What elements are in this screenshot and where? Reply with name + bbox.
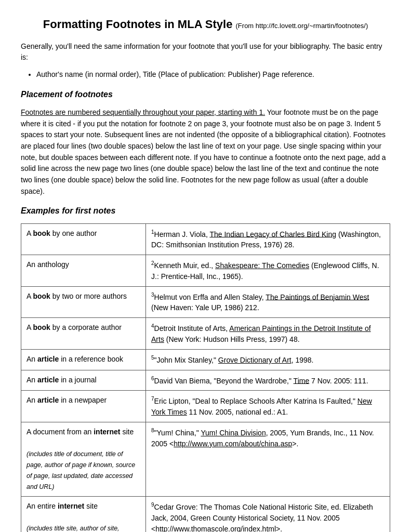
row-citation: 9Cedar Grove: The Thomas Cole National H… [146,497,390,532]
row-label: A book by one author [21,223,146,255]
citation-title: The Paintings of Benjamin West [266,292,369,301]
row-label: A book by two or more authors [21,286,146,318]
citation-title: New York Times [151,397,372,416]
placement-section-title: Placement of footnotes [21,88,390,101]
table-row: An anthology 2Kenneth Muir, ed., Shakesp… [21,255,390,287]
row-citation: 8"Yum! China," Yum! China Division, 2005… [146,422,390,497]
row-label: An article in a newpaper [21,391,146,422]
bold-word: book [33,323,50,331]
bold-word: article [37,376,59,384]
citation-title: Shakespeare: The Comedies [215,261,309,270]
citation-title: The Indian Legacy of Charles Bird King [209,230,336,238]
row-sublabel: (includes title of document, title of pa… [26,450,135,490]
row-label: An entire internet site (includes title … [21,497,146,532]
row-label: An article in a reference book [21,350,146,370]
citation-title: Yum! China Division [201,429,266,437]
row-citation: 5"John Mix Stanley," Grove Dictionary of… [146,350,390,370]
row-sublabel: (includes title site, author of site, so… [26,525,121,532]
intro-paragraph: Generally, you'll need the same informat… [21,41,390,63]
examples-table: A book by one author 1Herman J. Viola, T… [21,223,390,533]
row-label: A book by a corporate author [21,318,146,350]
table-row: A book by one author 1Herman J. Viola, T… [21,223,390,255]
row-label: An article in a journal [21,370,146,391]
bold-word: internet [58,502,84,510]
table-row: A book by two or more authors 3Helmut vo… [21,286,390,318]
placement-body: Footnotes are numbered sequentially thro… [21,107,390,197]
citation-url[interactable]: http://www.thomascole.org/index.html [155,525,276,532]
row-citation: 4Detroit Institute of Arts, American Pai… [146,318,390,350]
examples-section-title: Examples for first notes [21,205,390,217]
citation-title: American Paintings in the Detroit Instit… [151,324,371,343]
table-row: An article in a newpaper 7Eric Lipton, "… [21,391,390,422]
bold-word: internet [94,428,120,436]
bold-word: book [33,292,50,300]
table-row: An article in a reference book 5"John Mi… [21,350,390,370]
citation-title: Time [294,376,310,384]
table-row: A document from an internet site (includ… [21,422,390,497]
bold-word: book [33,229,50,237]
row-citation: 7Eric Lipton, "Deal to Replace Schools A… [146,391,390,422]
bullet-list: Author's name (in normal order), Title (… [36,69,390,80]
page-title: Formatting Footnotes in MLA Style (From … [21,16,390,33]
table-row: An article in a journal 6David Van Biema… [21,370,390,391]
bold-word: article [37,396,59,404]
table-row: An entire internet site (includes title … [21,497,390,532]
bullet-item: Author's name (in normal order), Title (… [36,69,390,80]
row-citation: 3Helmut von Erffa and Allen Staley, The … [146,286,390,318]
underline-intro: Footnotes are numbered sequentially thro… [21,108,265,116]
row-citation: 2Kenneth Muir, ed., Shakespeare: The Com… [146,255,390,287]
bold-word: article [37,355,59,363]
table-row: A book by a corporate author 4Detroit In… [21,318,390,350]
row-citation: 1Herman J. Viola, The Indian Legacy of C… [146,223,390,255]
row-citation: 6David Van Biema, "Beyond the Wardrobe,"… [146,370,390,391]
row-label: An anthology [21,255,146,287]
row-label: A document from an internet site (includ… [21,422,146,497]
citation-url[interactable]: http://www.yum.com/about/china.asp [174,440,292,448]
citation-title: Grove Dictionary of Art [218,356,291,364]
